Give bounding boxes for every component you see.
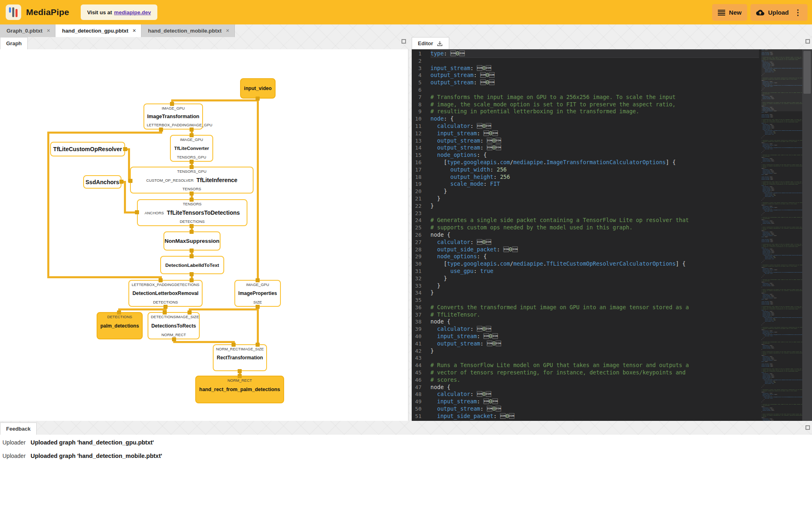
code-line[interactable]: 16 [type.googleapis.com/mediapipe.ImageT…: [412, 159, 759, 166]
graph-node-palm_detections[interactable]: DETECTIONSpalm_detections: [97, 312, 143, 339]
code-line[interactable]: 44# Runs a TensorFlow Lite model on GPU …: [412, 362, 759, 369]
code-line[interactable]: 37# TfLiteTensor.: [412, 311, 759, 319]
graph-panel-expand-icon[interactable]: [402, 39, 406, 44]
line-number: 40: [412, 333, 421, 340]
graph-node-DetectionLetterboxRemoval[interactable]: LETTERBOX_PADDINGDETECTIONSDetectionLett…: [128, 280, 203, 307]
code-line[interactable]: 41 output_stream: 0: [412, 340, 759, 348]
feedback-panel-expand-icon[interactable]: [805, 425, 810, 430]
code-line[interactable]: 26node {: [412, 231, 759, 239]
code-line[interactable]: 50 output_stream: 0: [412, 405, 759, 413]
code-line[interactable]: 22}: [412, 202, 759, 210]
code-line[interactable]: 45# vector of tensors representing, for …: [412, 369, 759, 376]
graph-node-TfLiteCustomOpResolver[interactable]: TfLiteCustomOpResolver: [50, 142, 125, 156]
graph-node-DetectionLabelIdToText[interactable]: DetectionLabelIdToText: [160, 256, 224, 274]
code-line[interactable]: 5output_stream: 0: [412, 79, 759, 86]
code-line[interactable]: 33 }: [412, 282, 759, 290]
file-tab-label: Graph_0.pbtxt: [7, 28, 42, 34]
file-tab-hand-detection-mobile[interactable]: hand_detection_mobile.pbtxt ✕: [141, 24, 235, 37]
file-tab-hand-detection-gpu[interactable]: hand_detection_gpu.pbtxt ✕: [55, 24, 141, 37]
code-line[interactable]: 19 scale_mode: FIT: [412, 180, 759, 188]
graph-node-TfLiteInference[interactable]: TENSORS_GPUCUSTOM_OP_RESOLVERTfLiteInfer…: [130, 167, 254, 194]
graph-node-RectTransformation[interactable]: NORM_RECTIMAGE_SIZERectTransformation: [213, 344, 267, 371]
graph-node-ImageProperties[interactable]: IMAGE_GPUImagePropertiesSIZE: [234, 280, 281, 307]
editor-scrollbar-thumb[interactable]: [803, 51, 811, 94]
code-line[interactable]: 17 output_width: 256: [412, 166, 759, 174]
code-line[interactable]: 6: [412, 86, 759, 94]
code-line[interactable]: 34}: [412, 289, 759, 297]
code-text: output_stream: 0: [430, 137, 759, 145]
port-marker: [128, 179, 132, 183]
code-line[interactable]: 31 use_gpu: true: [412, 268, 759, 275]
code-line[interactable]: 43: [412, 354, 759, 362]
code-line[interactable]: 23: [412, 210, 759, 217]
code-line[interactable]: 46# scores.: [412, 376, 759, 384]
minimap-line: # resulting in potential letterboxing in…: [761, 371, 802, 372]
graph-node-SsdAnchors[interactable]: SsdAnchors: [83, 175, 121, 189]
code-line[interactable]: 24# Generates a single side packet conta…: [412, 217, 759, 224]
code-line[interactable]: 8# image, the scale_mode option is set t…: [412, 101, 759, 108]
code-line[interactable]: 29 node_options: {: [412, 253, 759, 260]
code-line[interactable]: 48 calculator: 0: [412, 391, 759, 398]
line-number: 32: [412, 275, 421, 282]
code-line[interactable]: 18 output_height: 256: [412, 174, 759, 181]
port-marker: [256, 278, 260, 282]
minimap[interactable]: type: 0 input_stream: 0output_stream…: [761, 49, 802, 421]
code-line[interactable]: 36# Converts the transformed input image…: [412, 304, 759, 311]
graph-tab[interactable]: Graph: [0, 37, 28, 49]
code-line[interactable]: 3input_stream: 0: [412, 65, 759, 72]
graph-node-hand_rect_from_palm_detections[interactable]: NORM_RECThand_rect_from_palm_detections: [195, 376, 284, 403]
close-tab-icon[interactable]: ✕: [132, 28, 136, 33]
code-line[interactable]: 51 input_side_packet: 0: [412, 413, 759, 420]
graph-canvas[interactable]: input_videoIMAGE_GPUImageTransformationL…: [0, 49, 408, 421]
code-line[interactable]: 2: [412, 57, 759, 65]
download-icon[interactable]: [437, 40, 443, 47]
code-line[interactable]: 25# supports custom ops needed by the mo…: [412, 224, 759, 231]
code-line[interactable]: 28 output_side_packet: 0: [412, 246, 759, 253]
editor-scrollbar[interactable]: [802, 49, 812, 421]
code-line[interactable]: 42}: [412, 348, 759, 355]
feedback-tab[interactable]: Feedback: [0, 422, 37, 435]
close-tab-icon[interactable]: ✕: [46, 28, 50, 33]
graph-node-NonMaxSuppression[interactable]: NonMaxSuppression: [163, 231, 221, 251]
code-line[interactable]: 11 calculator: 0: [412, 123, 759, 130]
more-options-icon[interactable]: ⋮: [794, 8, 802, 17]
port-marker: [172, 337, 176, 341]
code-line[interactable]: 40 input_stream: 0: [412, 333, 759, 340]
code-line[interactable]: 10node: {: [412, 115, 759, 123]
editor-tab[interactable]: Editor: [412, 37, 449, 49]
code-area[interactable]: 1type: 02 3input_stream: 04output_st…: [412, 50, 759, 420]
code-line[interactable]: 12 input_stream: 0: [412, 130, 759, 137]
upload-button[interactable]: Upload ⋮: [750, 4, 808, 21]
code-line[interactable]: 30 [type.googleapis.com/mediapipe.TfLite…: [412, 260, 759, 268]
code-line[interactable]: 32 }: [412, 275, 759, 282]
graph-node-TfLiteTensorsToDetections[interactable]: TENSORSANCHORSTfLiteTensorsToDetectionsD…: [137, 199, 247, 226]
code-line[interactable]: 47node {: [412, 384, 759, 391]
new-button[interactable]: New: [712, 4, 747, 21]
mediapipe-link[interactable]: mediapipe.dev: [114, 9, 151, 15]
code-text: node {: [430, 318, 759, 326]
code-line[interactable]: 13 output_stream: 0: [412, 137, 759, 145]
code-line[interactable]: 35: [412, 297, 759, 304]
line-number: 42: [412, 348, 421, 355]
editor-panel-expand-icon[interactable]: [805, 39, 810, 44]
code-line[interactable]: 39 calculator: 0: [412, 326, 759, 333]
code-line[interactable]: 15 node_options: {: [412, 152, 759, 159]
code-line[interactable]: 20 }: [412, 188, 759, 195]
code-line[interactable]: 27 calculator: 0: [412, 239, 759, 246]
code-line[interactable]: 38node {: [412, 318, 759, 326]
code-line[interactable]: 21 }: [412, 195, 759, 202]
port-marker: [190, 191, 194, 196]
feedback-row: Uploader Uploaded graph 'hand_detection_…: [2, 453, 162, 459]
file-tab-graph-0[interactable]: Graph_0.pbtxt ✕: [0, 24, 55, 37]
graph-node-input_video[interactable]: input_video: [240, 78, 276, 99]
graph-node-TfLiteConverter[interactable]: IMAGE_GPUTfLiteConverterTENSORS_GPU: [170, 135, 213, 162]
close-tab-icon[interactable]: ✕: [226, 28, 229, 33]
code-line[interactable]: 1type: 0: [412, 50, 759, 57]
code-line[interactable]: 4output_stream: 0: [412, 72, 759, 79]
code-line[interactable]: 49 input_stream: 0: [412, 398, 759, 405]
code-line[interactable]: 7# Transforms the input image on GPU to …: [412, 94, 759, 101]
code-line[interactable]: 14 output_stream: 0: [412, 144, 759, 152]
graph-node-DetectionsToRects[interactable]: DETECTIONSIMAGE_SIZEDetectionsToRectsNOR…: [148, 312, 200, 339]
graph-node-ImageTransformation[interactable]: IMAGE_GPUImageTransformationLETTERBOX_PA…: [143, 103, 203, 130]
code-line[interactable]: 9# resulting in potential letterboxing i…: [412, 108, 759, 115]
